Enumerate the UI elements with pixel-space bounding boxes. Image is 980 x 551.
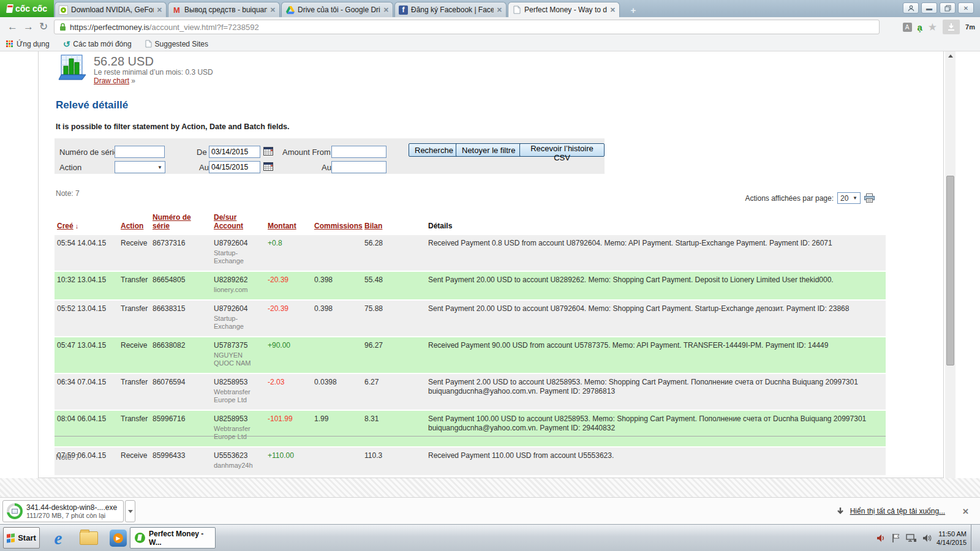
action-select[interactable]: ▼ [115, 161, 165, 173]
coccoc-logo[interactable]: cốc cốc [0, 0, 54, 17]
download-item[interactable]: 341.44-desktop-win8-....exe 111/270 MB, … [2, 500, 124, 522]
download-progress-text: 111/270 MB, 7 phút còn lại [26, 512, 117, 520]
clear-filter-button[interactable]: Netoyer le filtre [456, 143, 521, 157]
internet-explorer-icon[interactable]: e [48, 528, 69, 548]
cell-created: 10:32 13.04.15 [55, 272, 118, 299]
chevron: » [131, 77, 135, 85]
tab-gmail[interactable]: M Вывод средств - buiquangd ✕ [168, 2, 280, 17]
col-header-2[interactable]: Action [118, 211, 150, 234]
tab-close-icon[interactable]: ✕ [497, 6, 502, 14]
show-all-downloads-link[interactable]: Hiển thị tất cả tệp tải xuống... [850, 507, 945, 515]
vietnamese-typing-icon[interactable]: ạ [918, 22, 922, 32]
bookmark-recently-closed[interactable]: ↺ Các tab mới đóng [63, 39, 132, 49]
cell-commission [312, 235, 362, 271]
url-path: /account_view.html?f=7238592 [149, 23, 259, 32]
balance-note: Le reste minimal d’un mois: 0.3 USD [94, 68, 213, 77]
tab-close-icon[interactable]: ✕ [157, 6, 162, 14]
task-perfect-money[interactable]: Perfect Money - W... [130, 527, 216, 549]
cell-balance: 96.27 [362, 337, 426, 373]
network-icon[interactable] [906, 533, 917, 543]
calendar-icon[interactable] [263, 146, 273, 156]
bookmark-star-icon[interactable]: ★ [928, 21, 937, 34]
download-timer[interactable]: 7m [965, 24, 975, 31]
forward-icon[interactable]: → [23, 17, 34, 37]
amount-to-input[interactable] [331, 161, 386, 173]
date-from-input[interactable] [209, 146, 260, 158]
csv-button[interactable]: Recevoir l’histoire CSV [519, 143, 605, 157]
cell-details: Received Payment 0.8 USD from account U8… [426, 235, 886, 271]
cell-batch: 86076594 [150, 374, 211, 410]
account-button[interactable] [903, 2, 919, 13]
show-desktop-button[interactable] [971, 525, 980, 551]
tab-nvidia[interactable]: Download NVIDIA, GeForce, ✕ [55, 2, 167, 17]
draw-chart-link[interactable]: Draw chart [94, 77, 129, 85]
download-bar-close-icon[interactable]: ✕ [962, 507, 969, 516]
tab-title: Perfect Money - Way to deve [524, 6, 607, 14]
col-header-5[interactable]: Montant [265, 211, 312, 234]
page-bottom-hatch [0, 478, 980, 497]
bookmark-apps[interactable]: Ứng dụng [6, 40, 50, 48]
cell-action: Transfer [118, 374, 150, 410]
cell-created: 08:04 06.04.15 [55, 411, 118, 446]
download-button[interactable] [943, 20, 960, 34]
col-header-4[interactable]: De/sur Account [211, 211, 265, 234]
close-window-button[interactable]: ✕ [958, 2, 974, 13]
browser-toolbar: ← → ↻ https://perfectmoney.is/account_vi… [0, 17, 980, 37]
table-row: 06:34 07.04.15Transfer86076594U8258953We… [55, 374, 886, 410]
tab-title: Download NVIDIA, GeForce, [71, 6, 154, 14]
media-player-icon[interactable]: ▶ [108, 528, 129, 548]
file-explorer-icon[interactable] [78, 528, 99, 548]
translate-icon[interactable]: A [903, 23, 912, 32]
start-button[interactable]: Start [3, 527, 40, 549]
cell-details: Sent Payment 20.00 USD to account U82892… [426, 272, 886, 299]
download-bar: 341.44-desktop-win8-....exe 111/270 MB, … [0, 497, 980, 524]
download-item-menu[interactable] [125, 500, 135, 522]
tab-close-icon[interactable]: ✕ [270, 6, 276, 14]
scroll-up-icon[interactable] [945, 51, 956, 60]
col-header-7[interactable]: Bilan [362, 211, 426, 234]
cell-action: Transfer [118, 301, 150, 336]
amount-from-label: Amount From [282, 148, 331, 157]
vertical-scrollbar[interactable] [945, 51, 956, 497]
tab-facebook[interactable]: f Đăng ký Facebook | Faceboo ✕ [394, 2, 507, 17]
date-from-label: De [197, 148, 207, 157]
col-header-1[interactable]: Creé ↓ [55, 211, 118, 234]
cell-amount: +90.00 [265, 337, 312, 373]
address-bar[interactable]: https://perfectmoney.is/account_view.htm… [54, 20, 880, 34]
date-to-label: Au [199, 163, 209, 172]
per-page-select[interactable]: 20▼ [837, 192, 861, 204]
clock-date: 4/14/2015 [927, 538, 967, 547]
action-center-flag-icon[interactable] [892, 533, 900, 543]
cell-amount: +0.8 [265, 235, 312, 271]
cell-commission: 0.398 [312, 272, 362, 299]
account-name: Webtransfer Europe Ltd [214, 425, 263, 441]
tab-perfect-money-active[interactable]: Perfect Money - Way to deve ✕ [508, 2, 620, 17]
date-to-input[interactable] [209, 161, 260, 173]
minimize-button[interactable]: ▬ [921, 2, 937, 13]
tab-drive[interactable]: Drive của tôi - Google Drive ✕ [281, 2, 393, 17]
amount-from-input[interactable] [331, 146, 386, 158]
muted-volume-icon[interactable] [876, 533, 886, 543]
taskbar-clock[interactable]: 11:50 AM 4/14/2015 [927, 530, 967, 547]
tab-close-icon[interactable]: ✕ [383, 6, 389, 14]
tab-close-icon[interactable]: ✕ [610, 6, 616, 14]
scrollbar-thumb[interactable] [946, 176, 954, 365]
back-icon[interactable]: ← [7, 17, 18, 37]
statement-table-body: 05:54 14.04.15Receive86737316U8792604Sta… [55, 235, 886, 475]
printer-icon[interactable] [864, 193, 875, 203]
reload-icon[interactable]: ↻ [39, 17, 48, 37]
note-top: Note: 7 [56, 189, 80, 198]
cell-created: 05:54 14.04.15 [55, 235, 118, 271]
batch-input[interactable] [115, 146, 165, 158]
new-tab-button[interactable]: + [625, 6, 642, 16]
bookmark-suggested-sites[interactable]: Suggested Sites [145, 40, 208, 48]
col-header-6[interactable]: Commissions [312, 211, 362, 234]
col-header-3[interactable]: Numéro de série [150, 211, 211, 234]
amount-to-label: Au [322, 163, 331, 172]
search-button[interactable]: Recherche [409, 143, 459, 157]
restore-button[interactable] [940, 2, 956, 13]
cell-account: U5553623danhmay24h [211, 448, 265, 475]
batch-label: Numéro de série [59, 148, 118, 157]
cell-details: Sent Payment 20.00 USD to account U87926… [426, 301, 886, 336]
calendar-icon[interactable] [263, 162, 273, 171]
